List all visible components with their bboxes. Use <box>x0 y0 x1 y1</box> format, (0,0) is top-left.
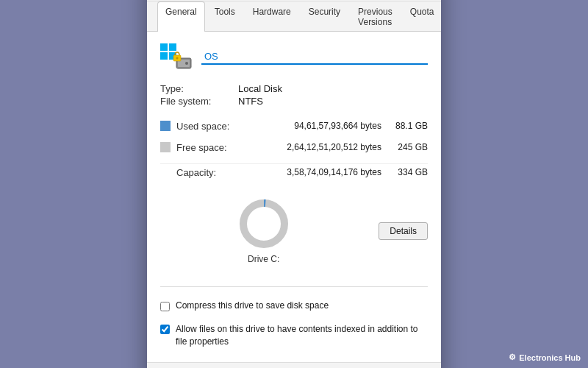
filesystem-value: NTFS <box>238 96 428 107</box>
drive-label: Drive C: <box>248 254 279 264</box>
svg-point-17 <box>243 203 284 244</box>
type-label: Type: <box>160 83 234 94</box>
tab-quota[interactable]: Quota <box>402 1 442 32</box>
tab-previous-versions[interactable]: Previous Versions <box>350 1 401 32</box>
tab-bar: General Tools Hardware Security Previous… <box>147 1 441 32</box>
used-space-gb: 88.1 GB <box>387 121 428 131</box>
svg-rect-8 <box>160 52 168 60</box>
free-space-row: Free space: 2,64,12,51,20,512 bytes 245 … <box>160 142 428 153</box>
filesystem-label: File system: <box>160 96 234 107</box>
svg-rect-7 <box>169 43 176 51</box>
disk-donut-chart <box>238 198 290 250</box>
properties-dialog: OS (C:) Properties ✕ General Tools Hardw… <box>147 0 441 368</box>
free-space-gb: 245 GB <box>387 142 428 152</box>
details-button[interactable]: Details <box>379 222 428 240</box>
capacity-label: Capacity: <box>160 167 226 178</box>
chart-area: Drive C: Details <box>160 192 428 270</box>
svg-rect-6 <box>160 43 168 51</box>
index-label: Allow files on this drive to have conten… <box>176 323 428 348</box>
used-space-bytes: 94,61,57,93,664 bytes <box>248 121 381 131</box>
index-checkbox[interactable] <box>160 325 170 334</box>
type-value: Local Disk <box>238 83 428 94</box>
index-checkbox-row: Allow files on this drive to have conten… <box>160 323 428 348</box>
drive-icon <box>160 43 193 71</box>
watermark-icon: ⚙ <box>509 353 516 362</box>
free-space-bytes: 2,64,12,51,20,512 bytes <box>248 142 381 152</box>
separator <box>160 286 428 287</box>
used-space-indicator <box>160 121 171 131</box>
svg-point-14 <box>176 57 179 59</box>
free-space-label: Free space: <box>176 142 243 153</box>
compress-checkbox[interactable] <box>160 302 170 311</box>
drive-header <box>160 43 428 71</box>
capacity-gb: 334 GB <box>387 167 428 177</box>
free-space-indicator <box>160 142 171 152</box>
compress-checkbox-row: Compress this drive to save disk space <box>160 300 428 311</box>
tab-security[interactable]: Security <box>301 1 348 32</box>
watermark: ⚙ Electronics Hub <box>509 353 581 362</box>
tab-hardware[interactable]: Hardware <box>245 1 299 32</box>
capacity-bytes: 3,58,74,09,14,176 bytes <box>232 167 381 177</box>
info-table: Type: Local Disk File system: NTFS <box>160 83 428 107</box>
capacity-row: Capacity: 3,58,74,09,14,176 bytes 334 GB <box>160 163 428 178</box>
tab-tools[interactable]: Tools <box>207 1 243 32</box>
tab-general[interactable]: General <box>157 1 205 32</box>
dialog-footer: OK Cancel Apply <box>147 362 441 368</box>
tab-content: Type: Local Disk File system: NTFS Used … <box>147 32 441 363</box>
drive-name-input[interactable] <box>201 49 428 65</box>
svg-rect-16 <box>160 142 171 152</box>
compress-label: Compress this drive to save disk space <box>176 300 329 311</box>
used-space-label: Used space: <box>176 121 243 132</box>
svg-rect-15 <box>160 121 171 131</box>
svg-point-12 <box>185 62 188 65</box>
watermark-text: Electronics Hub <box>519 353 581 362</box>
used-space-row: Used space: 94,61,57,93,664 bytes 88.1 G… <box>160 121 428 132</box>
